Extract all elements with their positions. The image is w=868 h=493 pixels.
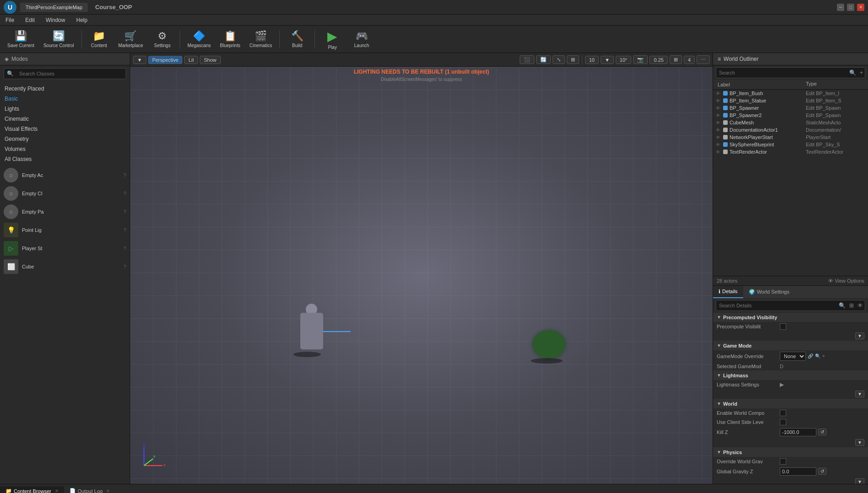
list-item[interactable]: ▷ Player St ? [0,239,130,257]
maximize-button[interactable]: □ [847,4,854,11]
outliner-item[interactable]: 👁 BP_Spawner2 Edit BP_Spawn [713,112,868,119]
section-header[interactable]: ▼ Game Mode [713,341,868,350]
translate-button[interactable]: ⬛ [520,55,534,64]
kill-z-input[interactable] [780,428,816,436]
list-item[interactable]: ○ Empty Pa ? [0,203,130,221]
snap-button[interactable]: ▼ [601,56,614,64]
category-visual-effects[interactable]: Visual Effects [0,124,130,134]
grid-size-button[interactable]: 10 [585,56,599,64]
gamemode-search-icon[interactable]: 🔍 [815,354,820,359]
modes-panel: ◈ Modes 🔍 Recently Placed Basic Lights C… [0,53,130,484]
category-geometry[interactable]: Geometry [0,134,130,144]
category-lights[interactable]: Lights [0,104,130,114]
cinematics-button[interactable]: 🎬 Cinematics [246,28,276,50]
show-button[interactable]: Show [200,56,221,64]
toggle-button[interactable]: ⊞ [567,55,579,64]
menu-file[interactable]: File [4,16,16,24]
camera-speed-button[interactable]: 📷 [633,55,648,64]
build-button[interactable]: 🔨 Build [283,28,311,50]
section-header[interactable]: ▼ Precomputed Visibility [713,313,868,322]
close-button[interactable]: ✕ [857,4,864,11]
view-options-button[interactable]: 👁 View Options [828,278,864,284]
category-basic[interactable]: Basic [0,94,130,104]
outliner-item[interactable]: 👁 BP_Item_Statue Edit BP_Item_S [713,97,868,104]
content-browser-close[interactable]: ✕ [55,488,59,493]
column-type[interactable]: Type [806,81,865,88]
source-control-button[interactable]: 🔄 Source Control [40,28,78,50]
outliner-item[interactable]: 👁 BP_Spawner Edit BP_Spawn [713,104,868,112]
category-cinematic[interactable]: Cinematic [0,114,130,124]
gamemode-link-icon[interactable]: 🔗 [808,354,813,359]
content-button[interactable]: 📁 Content [85,28,113,50]
outliner-add-icon[interactable]: + [858,68,865,78]
outliner-item[interactable]: 👁 NetworkPlayerStart PlayerStart [713,134,868,141]
placed-items-list: ○ Empty Ac ? ○ Empty Cl ? ○ Empty Pa ? 💡… [0,166,130,484]
category-recently-placed[interactable]: Recently Placed [0,84,130,94]
outliner-item[interactable]: 👁 SkySphereBlueprint Edit BP_Sky_S [713,141,868,148]
output-log-close[interactable]: ✕ [106,488,110,493]
use-client-side-checkbox[interactable] [780,419,786,425]
prop-label: Override World Grav [717,459,776,464]
zoom-button[interactable]: 0.25 [650,56,667,64]
search-classes-input[interactable] [16,69,108,78]
enable-world-composition-checkbox[interactable] [780,410,786,416]
section-header[interactable]: ▼ Lightmass [713,371,868,380]
gamemode-add-icon[interactable]: + [822,354,825,359]
category-volumes[interactable]: Volumes [0,144,130,154]
list-item[interactable]: ○ Empty Ac ? [0,166,130,184]
list-item[interactable]: 💡 Point Lig ? [0,221,130,239]
rotate-snap-button[interactable]: 10° [616,56,632,64]
outliner-item[interactable]: 👁 DocumentationActor1 Documentation/ [713,126,868,134]
section-header[interactable]: ▼ World [713,399,868,408]
gamemode-override-dropdown[interactable]: None [780,352,806,361]
details-search-input[interactable] [716,301,837,310]
save-current-button[interactable]: 💾 Save Current [4,28,38,50]
menu-help[interactable]: Help [75,16,90,24]
precompute-visibility-checkbox[interactable] [780,323,786,330]
viewport[interactable]: LIGHTING NEEDS TO BE REBUILT (1 unbuilt … [130,67,713,484]
menu-window[interactable]: Window [44,16,67,24]
grid-level-value[interactable]: 4 [684,56,695,64]
rotate-button[interactable]: 🔄 [536,55,551,64]
outliner-item[interactable]: 👁 TextRenderActor TextRenderActor [713,148,868,155]
lit-button[interactable]: Lit [184,56,198,64]
play-button[interactable]: ▶ Play [319,27,346,52]
viewport-menu-button[interactable]: ▼ [133,56,146,64]
kill-z-reset-button[interactable]: ↺ [818,429,826,435]
tab-output-log[interactable]: 📄 Output Log ✕ [64,486,115,493]
tab-content-browser[interactable]: 📁 Content Browser ✕ [0,486,64,493]
menu-edit[interactable]: Edit [23,16,37,24]
minimize-button[interactable]: ─ [837,4,844,11]
global-gravity-z-input[interactable] [780,467,816,476]
category-all-classes[interactable]: All Classes [0,154,130,164]
marketplace-button[interactable]: 🛒 Marketplace [115,28,147,50]
scale-button[interactable]: ⤡ [553,55,565,64]
column-label[interactable]: Label [716,81,806,88]
outliner-item[interactable]: 👁 BP_Item_Bush Edit BP_Item_I [713,90,868,97]
section-expand-button[interactable]: ▼ [855,478,864,484]
settings-button[interactable]: ⚙ Settings [149,28,176,50]
list-item[interactable]: ⬜ Cube ? [0,257,130,276]
blueprints-button[interactable]: 📋 Blueprints [216,28,244,50]
active-tab[interactable]: ThirdPersonExampleMap [20,3,88,12]
gravity-reset-button[interactable]: ↺ [818,468,826,475]
launch-button[interactable]: 🎮 Launch [348,28,375,50]
tab-world-settings[interactable]: 🌍 World Settings [743,286,795,298]
list-item[interactable]: ○ Empty Cl ? [0,184,130,203]
details-grid-icon[interactable]: ⊞ [847,300,856,311]
tab-details[interactable]: ℹ Details [713,286,743,298]
outliner-search-input[interactable] [716,68,847,77]
player-start-icon: ▷ [4,241,18,256]
details-eye-icon[interactable]: 👁 [856,300,865,311]
megascans-button[interactable]: 🔷 Megascans [184,28,214,50]
lightmass-expand-icon[interactable]: ▶ [780,381,784,388]
override-world-gravity-checkbox[interactable] [780,458,786,465]
perspective-button[interactable]: Perspective [148,56,182,64]
outliner-item[interactable]: 👁 CubeMesh StaticMeshActo [713,119,868,126]
section-expand-button[interactable]: ▼ [855,439,864,446]
viewport-options-button[interactable]: ⋯ [697,55,710,64]
grid-level-button[interactable]: ⊞ [670,55,682,64]
section-header[interactable]: ▼ Physics [713,448,868,457]
section-expand-button[interactable]: ▼ [855,332,864,339]
section-expand-button[interactable]: ▼ [855,391,864,397]
